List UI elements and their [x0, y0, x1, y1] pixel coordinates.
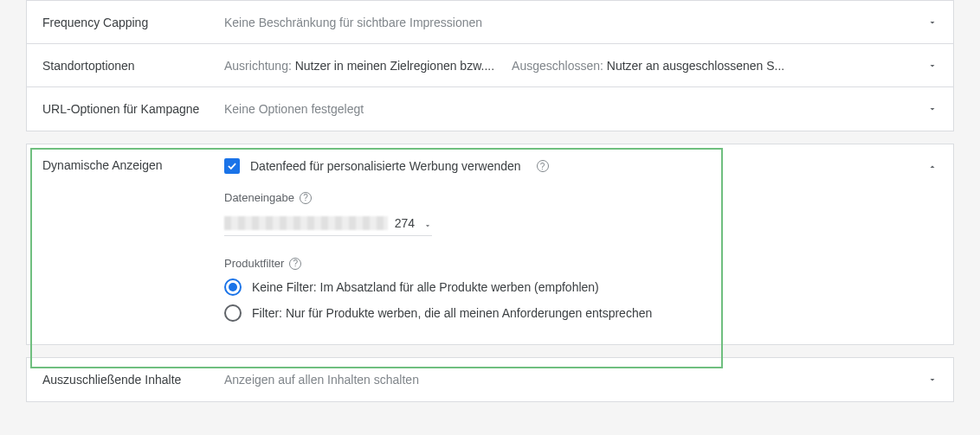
feed-select-suffix: 274	[395, 216, 415, 230]
chevron-down-icon[interactable]	[927, 374, 938, 385]
url-options-row[interactable]: URL-Optionen für Kampagne Keine Optionen…	[27, 87, 953, 131]
dropdown-arrow-icon[interactable]	[423, 219, 432, 227]
targeting-val: Nutzer in meinen Zielregionen bzw....	[295, 59, 494, 73]
chevron-up-icon[interactable]	[927, 162, 938, 172]
product-filter-label: Produktfilter	[224, 257, 284, 270]
chevron-down-icon[interactable]	[927, 17, 938, 28]
excluded-content-value: Anzeigen auf allen Inhalten schalten	[224, 373, 938, 387]
excluded-content-label: Auszuschließende Inhalte	[42, 373, 224, 387]
datafeed-checkbox-row[interactable]: Datenfeed für personalisierte Werbung ve…	[224, 158, 938, 174]
dynamic-ads-row: Dynamische Anzeigen Datenfeed für person…	[27, 144, 953, 344]
help-icon[interactable]: ?	[289, 258, 301, 270]
radio-selected-icon[interactable]	[224, 278, 242, 296]
radio-no-filter-row[interactable]: Keine Filter: Im Absatzland für alle Pro…	[224, 278, 938, 296]
location-options-label: Standortoptionen	[42, 59, 224, 73]
dynamic-ads-label: Dynamische Anzeigen	[42, 158, 224, 172]
frequency-capping-row[interactable]: Frequency Capping Keine Beschränkung für…	[27, 1, 953, 44]
location-options-value: Ausrichtung: Nutzer in meinen Zielregion…	[224, 59, 938, 73]
url-options-value: Keine Optionen festgelegt	[224, 102, 938, 116]
product-filter-section: Produktfilter ?	[224, 257, 938, 270]
radio-filter-label: Filter: Nur für Produkte werben, die all…	[252, 306, 652, 320]
chevron-down-icon[interactable]	[927, 104, 938, 114]
frequency-capping-value: Keine Beschränkung für sichtbare Impress…	[224, 16, 938, 29]
datafeed-checkbox-label: Datenfeed für personalisierte Werbung ve…	[250, 159, 521, 173]
frequency-capping-label: Frequency Capping	[42, 16, 224, 29]
excluded-key: Ausgeschlossen:	[512, 59, 603, 73]
location-options-row[interactable]: Standortoptionen Ausrichtung: Nutzer in …	[27, 44, 953, 87]
targeting-key: Ausrichtung:	[224, 59, 292, 73]
help-icon[interactable]: ?	[300, 192, 312, 204]
radio-filter-row[interactable]: Filter: Nur für Produkte werben, die all…	[224, 304, 938, 322]
redacted-value	[224, 216, 388, 230]
data-input-section: Dateneingabe ?	[224, 191, 938, 204]
excluded-content-row[interactable]: Auszuschließende Inhalte Anzeigen auf al…	[27, 358, 953, 401]
excluded-val: Nutzer an ausgeschlossenen S...	[607, 59, 784, 73]
data-input-label: Dateneingabe	[224, 191, 294, 204]
radio-no-filter-label: Keine Filter: Im Absatzland für alle Pro…	[252, 280, 599, 294]
url-options-label: URL-Optionen für Kampagne	[42, 102, 224, 116]
chevron-down-icon[interactable]	[927, 61, 938, 71]
help-icon[interactable]: ?	[537, 160, 549, 172]
checkbox-checked-icon[interactable]	[224, 158, 240, 174]
radio-unselected-icon[interactable]	[224, 304, 242, 322]
feed-select[interactable]: 274	[224, 211, 432, 236]
